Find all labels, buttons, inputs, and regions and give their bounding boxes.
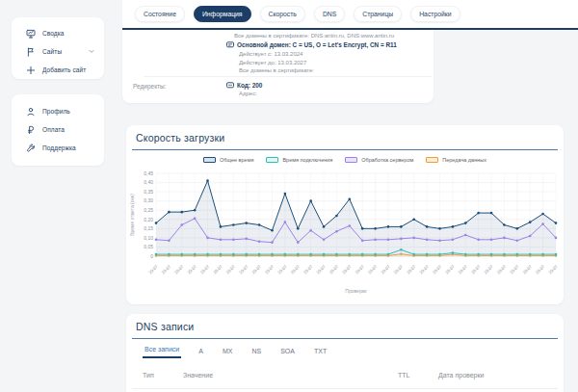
svg-text:29.07: 29.07 xyxy=(238,264,250,275)
svg-text:29.07: 29.07 xyxy=(302,264,314,275)
dns-tab-mx[interactable]: MX xyxy=(221,348,235,358)
legend-item[interactable]: Обработка сервером xyxy=(345,157,413,163)
svg-text:0,05: 0,05 xyxy=(144,244,153,249)
svg-text:Проверки: Проверки xyxy=(345,288,367,294)
sidebar-item-label: Поддержка xyxy=(42,144,76,151)
speed-title-divider xyxy=(132,149,558,150)
flag-icon xyxy=(26,47,36,57)
tab-dns[interactable]: DNS xyxy=(314,6,345,22)
certificate-valid-from: Действует с: 13.03.2024 xyxy=(239,51,302,57)
sidebar-item-label: Сводка xyxy=(42,30,65,37)
dns-section-title: DNS записи xyxy=(136,321,194,332)
svg-text:29.07: 29.07 xyxy=(393,264,405,275)
tab-settings[interactable]: Настройки xyxy=(410,6,460,22)
legend-label: Общее время xyxy=(220,157,253,163)
svg-text:0,30: 0,30 xyxy=(144,197,153,203)
speed-section: Скорость загрузки Общее времяВремя подкл… xyxy=(126,125,564,304)
speed-line-chart: 00,050,100,150,200,250,300,350,400,4529.… xyxy=(128,166,562,301)
certificate-all-domains-label: Все домены в сертификате: xyxy=(239,67,314,73)
sidebar-item-label: Оплата xyxy=(42,126,65,133)
tab-info[interactable]: Информация xyxy=(194,6,251,22)
tab-pages[interactable]: Страницы xyxy=(354,6,402,22)
svg-text:29.07: 29.07 xyxy=(341,264,353,275)
svg-text:29.07: 29.07 xyxy=(380,264,391,275)
svg-text:0,40: 0,40 xyxy=(144,179,153,185)
chevron-down-icon xyxy=(89,49,94,54)
sidebar-item-sites[interactable]: Сайты xyxy=(12,42,104,61)
svg-text:29.07: 29.07 xyxy=(187,264,198,275)
legend-label: Время подключения xyxy=(282,157,332,163)
svg-text:0,35: 0,35 xyxy=(144,189,153,195)
certificate-panel: Все домены в сертификате: DNS:aritin.ru,… xyxy=(122,30,434,103)
dns-column-header: Дата проверки xyxy=(438,372,484,379)
legend-item[interactable]: Время подключения xyxy=(266,157,332,163)
svg-text:29.07: 29.07 xyxy=(328,264,340,275)
svg-text:29.07: 29.07 xyxy=(276,264,288,275)
speed-section-title: Скорость загрузки xyxy=(136,132,224,144)
tab-speed[interactable]: Скорость xyxy=(260,6,305,22)
redirect-code-row: Код: 200 xyxy=(226,82,262,89)
dns-column-header: Значение xyxy=(183,372,213,379)
legend-swatch xyxy=(203,157,216,163)
svg-text:0,25: 0,25 xyxy=(144,207,153,213)
svg-text:29.07: 29.07 xyxy=(315,264,327,275)
svg-text:0,45: 0,45 xyxy=(144,170,153,176)
svg-text:29.07: 29.07 xyxy=(470,264,482,275)
svg-text:0,20: 0,20 xyxy=(144,217,153,222)
dns-table-header: ТипЗначениеTTLДата проверки xyxy=(126,372,564,387)
support-icon xyxy=(26,144,36,153)
dns-section: DNS записи Все записиAMXNSSOATXT ТипЗнач… xyxy=(126,314,564,392)
svg-text:29.07: 29.07 xyxy=(547,264,559,275)
svg-text:29.07: 29.07 xyxy=(419,264,431,275)
svg-text:29.07: 29.07 xyxy=(355,264,366,275)
tab-status[interactable]: Состояние xyxy=(135,6,185,22)
dns-column-header: TTL xyxy=(398,372,409,379)
svg-text:29.07: 29.07 xyxy=(212,264,223,275)
ruble-icon xyxy=(26,125,36,135)
svg-text:29.07: 29.07 xyxy=(199,264,211,275)
svg-text:0,10: 0,10 xyxy=(144,235,153,241)
svg-text:29.07: 29.07 xyxy=(161,264,172,275)
sidebar-item-summary[interactable]: Сводка xyxy=(12,24,104,42)
svg-text:29.07: 29.07 xyxy=(173,264,185,275)
dashboard-icon xyxy=(26,29,36,39)
svg-text:29.07: 29.07 xyxy=(458,264,469,275)
certificate-divider xyxy=(144,76,432,77)
sidebar-item-payment[interactable]: Оплата xyxy=(12,120,104,139)
dns-tab-txt[interactable]: TXT xyxy=(312,348,328,358)
svg-text:29.07: 29.07 xyxy=(522,264,534,275)
legend-item[interactable]: Общее время xyxy=(203,157,253,163)
svg-text:29.07: 29.07 xyxy=(290,264,302,275)
svg-text:0,15: 0,15 xyxy=(144,225,153,231)
legend-item[interactable]: Передача данных xyxy=(426,157,486,163)
dns-column-header: Тип xyxy=(143,372,154,379)
svg-text:29.07: 29.07 xyxy=(147,264,159,275)
sidebar-item-label: Добавить сайт xyxy=(42,66,86,73)
svg-text:29.07: 29.07 xyxy=(535,264,546,275)
sidebar-item-add-site[interactable]: Добавить сайт xyxy=(12,61,104,79)
dns-tab-all[interactable]: Все записи xyxy=(143,346,181,358)
redirect-code: Код: 200 xyxy=(237,82,262,89)
dns-tab-ns[interactable]: NS xyxy=(250,348,263,358)
legend-label: Обработка сервером xyxy=(361,157,413,163)
sidebar-item-support[interactable]: Поддержка xyxy=(12,139,104,157)
sidebar-account-menu: ПрофильОплатаПоддержка xyxy=(12,94,104,166)
sidebar-main-menu: СводкаСайтыДобавить сайт xyxy=(12,17,104,79)
redirect-address-label: Адрес: xyxy=(239,91,257,96)
certificate-icon xyxy=(226,41,234,48)
sidebar-item-profile[interactable]: Профиль xyxy=(12,102,104,120)
svg-text:29.07: 29.07 xyxy=(483,264,494,275)
svg-text:29.07: 29.07 xyxy=(509,264,520,275)
certificate-all-domains-line: Все домены в сертификате: DNS:aritin.ru,… xyxy=(234,33,394,39)
legend-label: Передача данных xyxy=(442,157,486,163)
dns-title-divider xyxy=(132,338,558,339)
dns-tab-a[interactable]: A xyxy=(197,348,205,358)
legend-swatch xyxy=(266,157,278,163)
sidebar-item-label: Сайты xyxy=(42,48,62,55)
dns-tab-soa[interactable]: SOA xyxy=(278,348,297,358)
site-tabs-bar: СостояниеИнформацияСкоростьDNSСтраницыНа… xyxy=(122,0,578,30)
plus-icon xyxy=(26,65,36,75)
certificate-valid-to: Действует до: 13.03.2027 xyxy=(239,60,306,65)
svg-text:29.07: 29.07 xyxy=(225,264,237,275)
redirects-label: Редиректы: xyxy=(133,83,167,90)
